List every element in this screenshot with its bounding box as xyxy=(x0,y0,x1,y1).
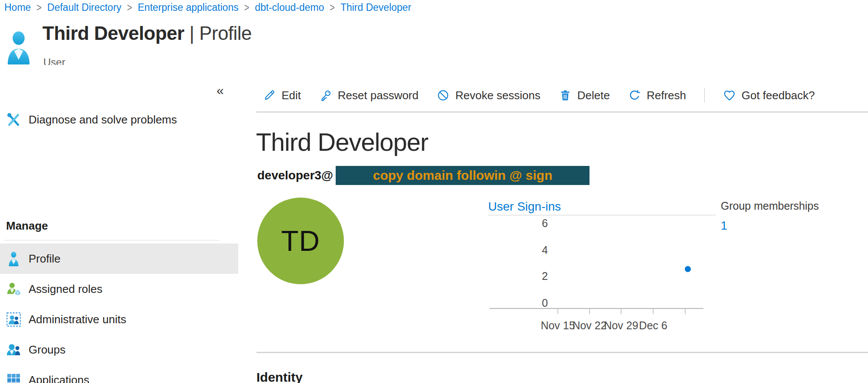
breadcrumb-home[interactable]: Home xyxy=(4,2,31,13)
y-axis-tick-label: 0 xyxy=(528,297,548,309)
sidebar-item-administrative-units[interactable]: Administrative units xyxy=(0,304,238,334)
sidebar-item-label: Assigned roles xyxy=(29,282,103,296)
x-axis-tick xyxy=(653,309,654,314)
refresh-button[interactable]: Refresh xyxy=(628,89,686,102)
block-icon xyxy=(437,89,450,102)
user-principal-name: developer3@ copy domain followin @ sign xyxy=(257,166,589,185)
got-feedback-button[interactable]: Got feedback? xyxy=(723,89,815,102)
heart-icon xyxy=(723,89,736,102)
button-label: Got feedback? xyxy=(742,89,815,102)
button-label: Revoke sessions xyxy=(455,89,541,102)
group-memberships: Group memberships 1 xyxy=(721,200,819,233)
identity-section-heading: Identity xyxy=(256,370,303,383)
x-axis-tick xyxy=(589,309,590,314)
sidebar-item-applications[interactable]: Applications xyxy=(0,365,238,383)
sidebar-item-label: Administrative units xyxy=(29,313,126,326)
x-axis-tick xyxy=(685,309,686,314)
admin-units-icon xyxy=(6,312,21,327)
redaction-note: copy domain followin @ sign xyxy=(373,168,552,183)
sidebar-item-assigned-roles[interactable]: Assigned roles xyxy=(0,274,238,304)
sidebar-nav: Profile Assigned roles xyxy=(0,243,238,383)
wrench-screwdriver-icon xyxy=(6,112,21,127)
button-label: Delete xyxy=(577,89,610,102)
page-title-separator xyxy=(184,23,189,44)
sidebar-item-profile[interactable]: Profile xyxy=(0,243,238,274)
avatar-initials: TD xyxy=(281,224,320,257)
user-display-name: Third Developer xyxy=(256,127,428,156)
sidebar-item-groups[interactable]: Groups xyxy=(0,334,238,365)
breadcrumb-default-directory[interactable]: Default Directory xyxy=(47,2,121,13)
user-sign-ins-chart: User Sign-ins 6 4 2 0 Nov 15 Nov 22 Nov … xyxy=(488,200,716,334)
trash-icon xyxy=(559,89,572,102)
breadcrumb-separator: > xyxy=(330,1,335,14)
group-memberships-count-link[interactable]: 1 xyxy=(721,219,819,233)
sidebar-item-diagnose[interactable]: Diagnose and solve problems xyxy=(0,104,238,135)
sidebar-manage-header: Manage xyxy=(6,219,48,233)
refresh-icon xyxy=(628,89,641,102)
avatar: TD xyxy=(257,198,344,284)
y-axis-tick-label: 4 xyxy=(528,244,548,256)
sidebar-collapse-button[interactable]: « xyxy=(217,84,224,97)
button-label: Reset password xyxy=(338,89,418,102)
x-axis-tick xyxy=(557,309,558,314)
user-sign-ins-link[interactable]: User Sign-ins xyxy=(488,200,561,214)
x-axis-line xyxy=(489,308,703,309)
edit-button[interactable]: Edit xyxy=(263,89,301,102)
breadcrumb-third-developer[interactable]: Third Developer xyxy=(340,2,411,13)
delete-button[interactable]: Delete xyxy=(559,89,610,102)
sidebar-item-label: Diagnose and solve problems xyxy=(29,113,177,127)
email-prefix: developer3@ xyxy=(257,169,333,182)
sign-in-data-point xyxy=(685,266,691,272)
y-axis-tick-label: 2 xyxy=(528,270,548,282)
sidebar-item-label: Applications xyxy=(29,373,89,383)
sidebar: « Diagnose and solve problems Manage xyxy=(0,65,238,383)
page-title-section xyxy=(194,23,199,44)
chart-title-rule xyxy=(488,215,716,215)
y-axis-tick-label: 6 xyxy=(528,217,548,230)
toolbar-divider xyxy=(704,88,705,103)
sidebar-item-label: Profile xyxy=(29,252,61,266)
person-icon xyxy=(6,251,21,266)
breadcrumb-dbt-cloud-demo[interactable]: dbt-cloud-demo xyxy=(255,2,324,13)
section-divider xyxy=(256,352,868,353)
command-bar: Edit Reset password Revoke sessions xyxy=(263,85,815,106)
person-cube-icon xyxy=(6,282,21,297)
redaction-overlay: copy domain followin @ sign xyxy=(336,166,589,185)
revoke-sessions-button[interactable]: Revoke sessions xyxy=(437,89,541,102)
x-axis-tick xyxy=(621,309,622,314)
breadcrumb-separator: > xyxy=(244,1,249,14)
page-title-pipe: | xyxy=(189,23,194,44)
sidebar-item-label: Groups xyxy=(29,343,65,357)
reset-password-button[interactable]: Reset password xyxy=(319,89,418,102)
button-label: Edit xyxy=(282,89,301,102)
breadcrumb: Home > Default Directory > Enterprise ap… xyxy=(4,2,411,13)
toolbar-separator-line xyxy=(256,111,868,113)
breadcrumb-separator: > xyxy=(36,1,42,14)
page-title-section-label: Profile xyxy=(199,23,252,44)
pencil-icon xyxy=(263,89,276,102)
page-title-name: Third Developer xyxy=(42,23,184,44)
page-title: Third Developer | Profile xyxy=(42,23,252,44)
user-profile-page: Home > Default Directory > Enterprise ap… xyxy=(0,0,868,383)
x-axis-tick-label: Dec 6 xyxy=(632,319,675,332)
key-icon xyxy=(319,89,332,102)
app-grid-icon xyxy=(6,373,21,383)
button-label: Refresh xyxy=(647,89,686,102)
breadcrumb-enterprise-applications[interactable]: Enterprise applications xyxy=(138,2,239,13)
sidebar-divider xyxy=(4,240,219,240)
user-avatar-icon xyxy=(6,30,31,65)
people-icon xyxy=(6,342,21,357)
breadcrumb-separator: > xyxy=(127,1,132,14)
group-memberships-label: Group memberships xyxy=(721,200,819,212)
